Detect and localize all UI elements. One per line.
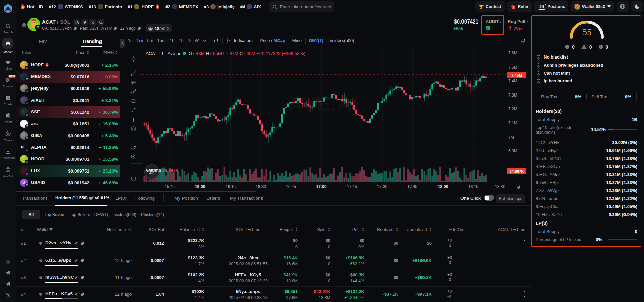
svg-text:?: ? (600, 46, 601, 48)
svg-text:100: 100 (149, 28, 152, 29)
